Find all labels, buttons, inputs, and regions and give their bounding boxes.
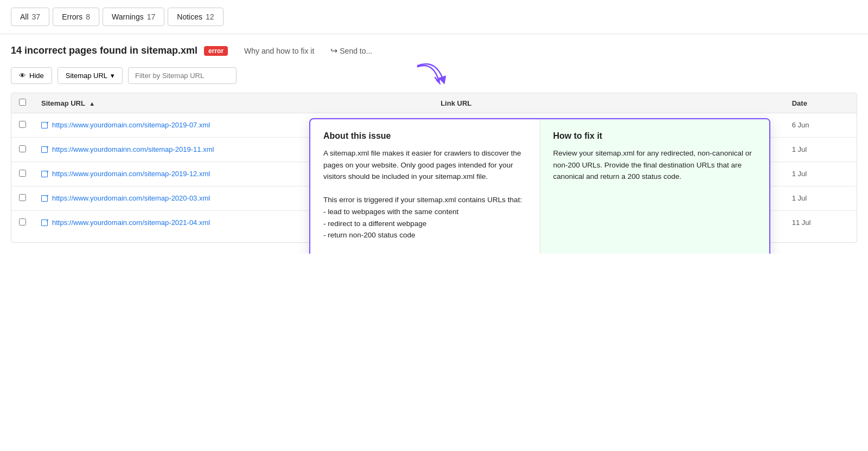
row-checkbox[interactable] <box>19 218 26 226</box>
issue-title: 14 incorrect pages found in sitemap.xml <box>11 45 197 56</box>
tab-errors-count: 8 <box>86 12 90 21</box>
page-content: 14 incorrect pages found in sitemap.xml … <box>0 34 868 254</box>
tab-all-label: All <box>20 12 29 21</box>
hide-label: Hide <box>29 72 44 80</box>
tab-warnings-label: Warnings <box>112 12 144 21</box>
tab-warnings-count: 17 <box>147 12 156 21</box>
date-cell: 6 Jun <box>784 113 857 138</box>
tab-errors-label: Errors <box>62 12 82 21</box>
tooltip-list-item-2: - redirect to a different webpage <box>323 218 527 230</box>
fix-link[interactable]: Why and how to fix it <box>244 47 314 55</box>
tab-all-count: 37 <box>32 12 41 21</box>
filter-tabs: All 37 Errors 8 Warnings 17 Notices 12 <box>0 0 868 34</box>
select-all-checkbox[interactable] <box>19 99 26 106</box>
issue-header: 14 incorrect pages found in sitemap.xml … <box>11 45 857 56</box>
external-link-icon: ↗ <box>41 171 48 177</box>
col-sitemap-url: Sitemap URL ▲ <box>34 93 433 113</box>
send-link[interactable]: ↪ Send to... <box>330 46 372 56</box>
external-link-icon: ↗ <box>41 195 48 202</box>
date-cell: 1 Jul <box>784 162 857 186</box>
sitemap-url-text: https://www.yourdomain.com/sitemap-2021-… <box>52 218 210 227</box>
tooltip-fix-title: How to fix it <box>553 131 757 141</box>
tab-notices[interactable]: Notices 12 <box>168 8 223 26</box>
eye-icon: 👁 <box>19 72 26 80</box>
error-badge: error <box>204 46 228 56</box>
sitemap-url-text: https://www.yourdomain.com/sitemap-2019-… <box>52 170 210 178</box>
col-link-url: Link URL <box>433 93 784 113</box>
table-header-row: Sitemap URL ▲ Link URL Date <box>11 93 857 113</box>
sitemap-url-text: https://www.yourdomain.com/sitemap-2020-… <box>52 194 210 202</box>
hide-button[interactable]: 👁 Hide <box>11 67 52 84</box>
sitemap-url-dropdown[interactable]: Sitemap URL ▾ <box>58 67 123 84</box>
sitemap-url-text: https://www.yourdomain.com/sitemap-2019-… <box>52 121 210 129</box>
external-link-icon: ↗ <box>41 146 48 153</box>
tooltip-text-2: This error is triggered if your sitemap.… <box>323 194 527 206</box>
tab-all[interactable]: All 37 <box>11 8 49 26</box>
date-cell: 1 Jul <box>784 138 857 162</box>
filter-bar: 👁 Hide Sitemap URL ▾ <box>11 67 857 84</box>
col-date: Date <box>784 93 857 113</box>
tooltip-about-section: About this issue A sitemap.xml file make… <box>310 119 540 254</box>
sitemap-url-text: https://www.yourdomainn.com/sitemap-2019… <box>52 145 214 153</box>
tooltip-about-text: A sitemap.xml file makes it easier for c… <box>323 147 527 254</box>
fix-link-label: Why and how to fix it <box>244 47 314 55</box>
external-link-icon: ↗ <box>41 122 48 128</box>
tooltip-list-item-1: - lead to webpages with the same content <box>323 206 527 218</box>
tab-errors[interactable]: Errors 8 <box>53 8 99 26</box>
send-label: Send to... <box>340 47 372 55</box>
row-checkbox[interactable] <box>19 121 26 128</box>
external-link-icon: ↗ <box>41 220 48 226</box>
tab-notices-count: 12 <box>206 12 214 21</box>
tab-warnings[interactable]: Warnings 17 <box>103 8 164 26</box>
tab-notices-label: Notices <box>177 12 202 21</box>
tooltip-list-item-3: - return non-200 status code <box>323 229 527 241</box>
date-cell: 1 Jul <box>784 186 857 211</box>
tooltip-about-title: About this issue <box>323 131 527 141</box>
tooltip-popup: About this issue A sitemap.xml file make… <box>309 118 770 254</box>
chevron-down-icon: ▾ <box>111 72 114 80</box>
date-cell: 11 Jul <box>784 211 857 243</box>
filter-input[interactable] <box>128 67 237 84</box>
tooltip-fix-section: How to fix it Review your sitemap.xml fo… <box>540 119 770 254</box>
row-checkbox[interactable] <box>19 145 26 152</box>
select-all-checkbox-header[interactable] <box>11 93 34 113</box>
tooltip-text-1: A sitemap.xml file makes it easier for c… <box>323 147 527 183</box>
row-checkbox[interactable] <box>19 194 26 201</box>
tooltip-fix-text: Review your sitemap.xml for any redirect… <box>553 147 757 183</box>
send-icon: ↪ <box>330 46 337 56</box>
dropdown-label: Sitemap URL <box>66 72 107 80</box>
row-checkbox[interactable] <box>19 170 26 177</box>
tooltip-text-3: Populating your file with such URLs will… <box>323 253 527 254</box>
sort-icon: ▲ <box>89 100 95 107</box>
